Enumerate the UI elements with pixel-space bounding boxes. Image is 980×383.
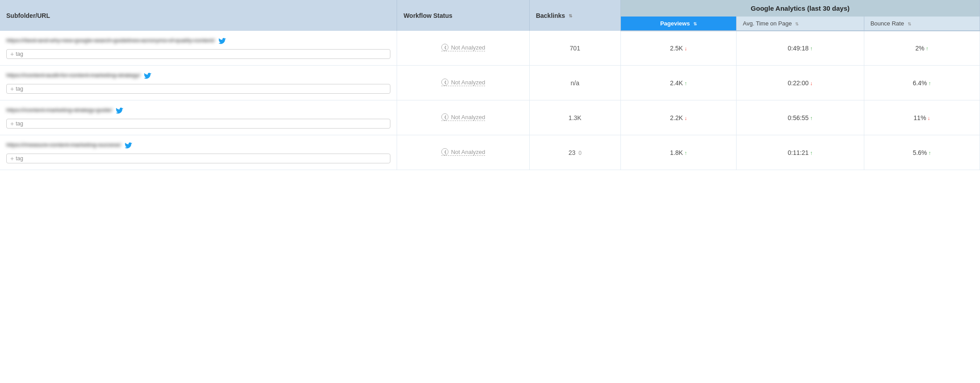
pageviews-cell: 2.4K↑ (620, 66, 736, 100)
tag-plus-icon: + (10, 50, 14, 58)
backlinks-cell: 701 (529, 31, 620, 66)
backlinks-cell: 23 0 (529, 135, 620, 170)
pageviews-trend-down: ↓ (684, 115, 687, 121)
avg-time-value: 0:56:55 (788, 114, 809, 121)
clock-icon (441, 79, 448, 86)
pageviews-cell: 2.2K↓ (620, 100, 736, 135)
not-analyzed-label: Not Analyzed (451, 114, 486, 121)
ga-group-label: Google Analytics (last 30 days) (751, 4, 850, 12)
backlinks-cell: 1.3K (529, 100, 620, 135)
pageviews-trend-up: ↑ (684, 80, 687, 87)
bird-icon (144, 73, 152, 81)
clock-icon (441, 113, 448, 121)
not-analyzed-status[interactable]: Not Analyzed (441, 44, 486, 51)
not-analyzed-status[interactable]: Not Analyzed (441, 113, 486, 121)
pageviews-value: 2.2K (670, 114, 683, 121)
content-table: Subfolder/URL Workflow Status Backlinks … (0, 0, 980, 170)
clock-icon (441, 148, 448, 155)
bounce-rate-cell: 5.6%↑ (864, 135, 980, 170)
url-cell: https:///content-marketing-strategy-guid… (0, 100, 397, 135)
bounce-rate-trend-down: ↓ (927, 115, 930, 121)
avg-time-trend-up: ↑ (810, 150, 812, 156)
avg-time-cell: 0:49:18↑ (737, 31, 864, 66)
not-analyzed-label: Not Analyzed (451, 79, 486, 86)
pageviews-trend-up: ↑ (684, 150, 687, 156)
tag-label: tag (16, 121, 23, 127)
col-header-bounce-rate[interactable]: Bounce Rate ⇅ (864, 17, 980, 31)
backlinks-sub-value: 0 (578, 150, 582, 156)
url-cell: https:///content-audit-for-content-marke… (0, 66, 397, 100)
clock-hand-minute (444, 152, 446, 154)
tag-button[interactable]: +tag (6, 119, 390, 129)
col-header-workflow: Workflow Status (397, 0, 529, 31)
backlinks-value: 1.3K (569, 114, 582, 121)
avg-time-trend-up: ↑ (810, 115, 812, 121)
tag-plus-icon: + (10, 120, 14, 127)
avg-time-cell: 0:11:21↑ (737, 135, 864, 170)
pageviews-header-label: Pageviews (660, 20, 690, 27)
workflow-header-label: Workflow Status (403, 12, 452, 19)
bird-icon (125, 142, 133, 150)
avg-time-sort-icon: ⇅ (795, 21, 799, 26)
backlinks-header-label: Backlinks (536, 12, 565, 19)
bounce-rate-trend-up: ↑ (928, 80, 931, 87)
url-link[interactable]: https:///measure-content-marketing-succe… (6, 142, 121, 148)
tag-plus-icon: + (10, 85, 14, 92)
bounce-rate-header-label: Bounce Rate (871, 20, 904, 27)
bird-icon (218, 38, 226, 46)
col-header-subfolder: Subfolder/URL (0, 0, 397, 31)
not-analyzed-label: Not Analyzed (451, 44, 486, 51)
workflow-cell: Not Analyzed (397, 135, 529, 170)
tag-label: tag (16, 51, 23, 57)
pageviews-value: 2.4K (670, 79, 683, 87)
main-table-wrapper: Subfolder/URL Workflow Status Backlinks … (0, 0, 980, 170)
avg-time-value: 0:11:21 (788, 149, 809, 156)
bounce-rate-cell: 11%↓ (864, 100, 980, 135)
table-row: https:///content-audit-for-content-marke… (0, 66, 980, 100)
col-header-avg-time[interactable]: Avg. Time on Page ⇅ (737, 17, 864, 31)
url-cell: https:///measure-content-marketing-succe… (0, 135, 397, 170)
tag-plus-icon: + (10, 155, 14, 162)
tag-button[interactable]: +tag (6, 49, 390, 59)
url-link[interactable]: https:///best-and-why-new-google-search-… (6, 37, 215, 44)
tag-button[interactable]: +tag (6, 154, 390, 163)
url-link[interactable]: https:///content-marketing-strategy-guid… (6, 107, 112, 113)
not-analyzed-status[interactable]: Not Analyzed (441, 148, 486, 156)
bounce-rate-value: 5.6% (913, 149, 927, 156)
avg-time-cell: 0:56:55↑ (737, 100, 864, 135)
url-link[interactable]: https:///content-audit-for-content-marke… (6, 72, 140, 79)
backlinks-cell: n/a (529, 66, 620, 100)
clock-icon (441, 44, 448, 51)
workflow-cell: Not Analyzed (397, 66, 529, 100)
bounce-rate-value: 2% (915, 45, 924, 52)
pageviews-value: 2.5K (670, 45, 683, 52)
bounce-rate-trend-up: ↑ (928, 150, 931, 156)
avg-time-cell: 0:22:00↓ (737, 66, 864, 100)
tag-button[interactable]: +tag (6, 84, 390, 94)
avg-time-header-label: Avg. Time on Page (743, 20, 792, 27)
backlinks-value: n/a (571, 79, 579, 87)
table-row: https:///best-and-why-new-google-search-… (0, 31, 980, 66)
tag-label: tag (16, 155, 23, 162)
bounce-rate-cell: 6.4%↑ (864, 66, 980, 100)
avg-time-trend-up: ↑ (810, 46, 812, 52)
bounce-rate-value: 11% (913, 114, 926, 121)
bird-icon (116, 108, 124, 116)
not-analyzed-status[interactable]: Not Analyzed (441, 79, 486, 86)
backlinks-value: 701 (570, 45, 580, 52)
tag-label: tag (16, 86, 23, 92)
bounce-rate-value: 6.4% (913, 79, 927, 87)
url-cell: https:///best-and-why-new-google-search-… (0, 31, 397, 66)
bounce-rate-cell: 2%↑ (864, 31, 980, 66)
backlinks-value: 23 (569, 149, 576, 156)
col-header-pageviews[interactable]: Pageviews ⇅ (620, 17, 736, 31)
pageviews-cell: 1.8K↑ (620, 135, 736, 170)
ga-group-header: Google Analytics (last 30 days) (620, 0, 980, 17)
subfolder-header-label: Subfolder/URL (6, 12, 50, 19)
pageviews-sort-icon: ⇅ (693, 21, 697, 26)
clock-hand-minute (444, 117, 446, 119)
col-header-backlinks[interactable]: Backlinks ⇅ (529, 0, 620, 31)
workflow-cell: Not Analyzed (397, 31, 529, 66)
pageviews-cell: 2.5K↓ (620, 31, 736, 66)
avg-time-trend-down: ↓ (810, 80, 812, 87)
